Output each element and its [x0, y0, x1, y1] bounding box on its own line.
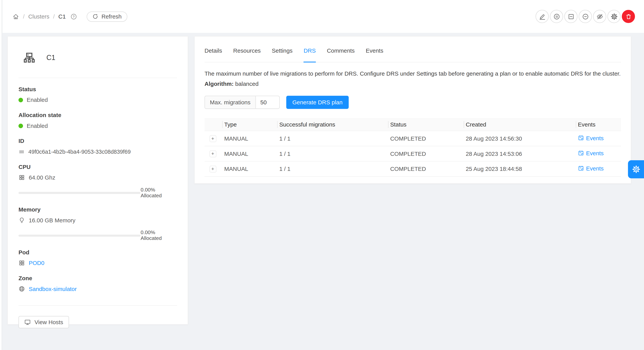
view-hosts-button[interactable]: View Hosts: [18, 316, 69, 328]
calendar-check-icon: [578, 150, 584, 156]
cpu-progress: 0.00% Allocated: [18, 187, 177, 198]
appstore-icon: [18, 260, 25, 266]
status-value: Enabled: [26, 97, 48, 103]
zone-section: Zone Sandbox-simulator: [18, 275, 177, 293]
algorithm-label: Algorithm:: [204, 81, 234, 87]
drs-plan-table: Type Successful migrations Status Create…: [204, 118, 621, 177]
cell-migrations: 1 / 1: [278, 131, 388, 146]
allocation-state-label: Allocation state: [18, 112, 177, 118]
cell-created: 28 Aug 2023 14:53:06: [464, 146, 576, 161]
max-migrations-label: Max. migrations: [205, 96, 256, 109]
home-icon[interactable]: [12, 13, 19, 20]
unmanage-button[interactable]: [564, 10, 578, 23]
memory-label: Memory: [18, 206, 177, 213]
cell-created: 25 Aug 2023 18:44:58: [464, 161, 576, 176]
minus-circle-icon: [582, 13, 589, 20]
expand-row-button[interactable]: +: [209, 135, 216, 142]
project-settings-button[interactable]: [628, 160, 644, 178]
view-hosts-label: View Hosts: [34, 319, 63, 325]
drs-controls: Max. migrations Generate DRS plan: [204, 96, 621, 109]
cpu-label: CPU: [18, 164, 177, 170]
type-column-header: Type: [223, 118, 278, 131]
cell-migrations: 1 / 1: [278, 146, 388, 161]
pod-section: Pod POD0: [18, 249, 177, 267]
tab-events[interactable]: Events: [366, 39, 384, 62]
bulb-icon: [18, 217, 25, 223]
table-row: + MANUAL 1 / 1 COMPLETED 25 Aug 2023 18:…: [204, 161, 621, 176]
pod-link[interactable]: POD0: [29, 260, 44, 266]
memory-progress: 0.00% Allocated: [18, 230, 177, 241]
tab-details[interactable]: Details: [204, 39, 222, 62]
created-column-header: Created: [464, 118, 576, 131]
breadcrumb: / Clusters / C1 Refresh: [12, 11, 128, 22]
refresh-button[interactable]: Refresh: [87, 11, 128, 22]
breadcrumb-clusters[interactable]: Clusters: [28, 13, 49, 20]
desktop-icon: [24, 319, 31, 325]
cpu-value: 64.00 Ghz: [29, 174, 55, 181]
cell-type: MANUAL: [223, 161, 278, 176]
max-migrations-group: Max. migrations: [204, 96, 280, 109]
pause-button[interactable]: [550, 10, 563, 23]
memory-progress-bar: [18, 234, 141, 237]
app-root: / Clusters / C1 Refresh C1: [0, 0, 644, 350]
trash-icon: [625, 13, 632, 20]
row-events-link[interactable]: Events: [578, 135, 604, 141]
cpu-progress-bar: [18, 192, 141, 194]
tab-settings[interactable]: Settings: [272, 39, 292, 62]
row-events-link[interactable]: Events: [578, 150, 604, 156]
cell-migrations: 1 / 1: [278, 161, 388, 176]
header-actions: [536, 10, 635, 23]
id-value: 49f0c6a1-4b2b-4ba4-9053-33c08d839f69: [28, 149, 131, 155]
zone-link[interactable]: Sandbox-simulator: [29, 286, 77, 292]
breadcrumb-separator: /: [23, 13, 24, 20]
refresh-label: Refresh: [102, 13, 122, 20]
cluster-icon: [22, 51, 36, 64]
id-label: ID: [18, 138, 177, 144]
memory-value: 16.00 GB Memory: [29, 217, 75, 223]
content: C1 Status Enabled Allocation state Enabl…: [2, 33, 644, 350]
edit-button[interactable]: [536, 10, 548, 23]
cluster-head: C1: [22, 50, 177, 66]
allocation-state-value: Enabled: [26, 122, 48, 129]
cell-status: COMPLETED: [388, 131, 464, 146]
drs-description: The maximum number of live migrations to…: [204, 69, 621, 78]
hide-button[interactable]: [593, 10, 606, 23]
zone-label: Zone: [18, 275, 177, 281]
cell-status: COMPLETED: [388, 161, 464, 176]
settings-button[interactable]: [608, 10, 620, 23]
divider: [18, 78, 177, 78]
cell-type: MANUAL: [223, 146, 278, 161]
migrations-column-header: Successful migrations: [278, 118, 388, 131]
row-events-link[interactable]: Events: [578, 165, 604, 172]
allocation-state-dot: [18, 123, 23, 128]
delete-button[interactable]: [622, 10, 635, 23]
barcode-icon: [18, 149, 25, 155]
generate-drs-plan-button[interactable]: Generate DRS plan: [286, 96, 349, 109]
memory-allocated-label: 0.00% Allocated: [141, 230, 177, 241]
question-circle-icon[interactable]: [70, 13, 77, 20]
tab-drs[interactable]: DRS: [304, 39, 316, 62]
max-migrations-input[interactable]: [256, 96, 279, 109]
events-column-header: Events: [576, 118, 621, 131]
expand-row-button[interactable]: +: [209, 150, 216, 157]
collapsed-sidebar[interactable]: [0, 0, 2, 350]
id-section: ID 49f0c6a1-4b2b-4ba4-9053-33c08d839f69: [18, 138, 177, 156]
memory-section: Memory 16.00 GB Memory 0.00% Allocated: [18, 206, 177, 241]
expand-column-header: [204, 118, 223, 131]
tab-comments[interactable]: Comments: [327, 39, 355, 62]
expand-row-button[interactable]: +: [209, 165, 216, 172]
eye-invisible-icon: [596, 13, 603, 20]
tab-bar: Details Resources Settings DRS Comments …: [204, 37, 621, 63]
cell-created: 28 Aug 2023 14:56:30: [464, 131, 576, 146]
header: / Clusters / C1 Refresh: [2, 0, 644, 33]
disable-button[interactable]: [579, 10, 592, 23]
cluster-title: C1: [46, 54, 55, 62]
calendar-check-icon: [578, 135, 584, 141]
algorithm-value: balanced: [235, 81, 258, 87]
cpu-section: CPU 64.00 Ghz 0.00% Allocated: [18, 164, 177, 198]
gear-icon: [632, 165, 640, 174]
divider: [18, 305, 177, 306]
tab-resources[interactable]: Resources: [233, 39, 261, 62]
cell-type: MANUAL: [223, 131, 278, 146]
minus-square-icon: [568, 13, 574, 20]
